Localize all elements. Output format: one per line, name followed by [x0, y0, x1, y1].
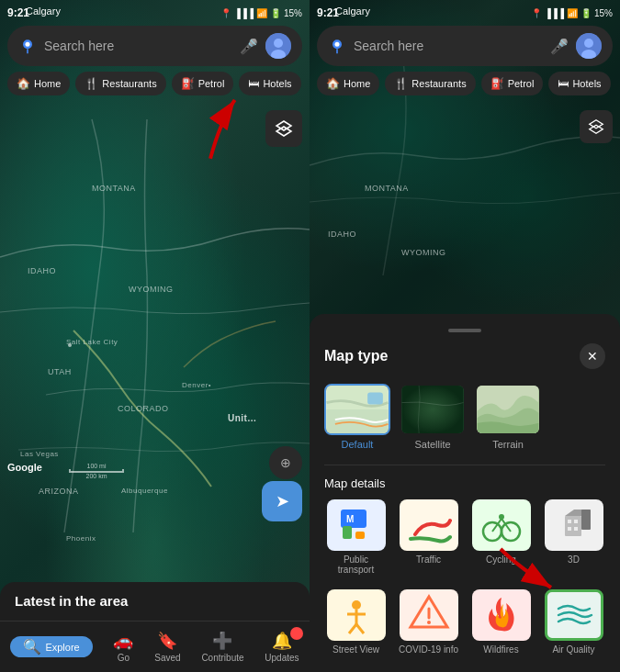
- map-label-united: Unit...: [228, 413, 256, 423]
- bottom-nav-left: 🔍 Explore 🚗 Go 🔖 Saved ➕ Contribute 🔔 Up…: [0, 621, 310, 672]
- map-label-wyoming-r: WYOMING: [401, 248, 446, 257]
- avatar-left[interactable]: [265, 33, 291, 59]
- nav-chip-restaurants-r[interactable]: 🍴 Restaurants: [385, 72, 475, 95]
- mic-icon-right[interactable]: 🎤: [550, 38, 569, 55]
- map-label-slc: Salt Lake City: [66, 338, 118, 346]
- sheet-header: Map type ✕: [324, 343, 605, 369]
- nav-updates[interactable]: 🔔 Updates: [265, 631, 299, 663]
- compass-button-left[interactable]: ⊕: [269, 446, 302, 479]
- svg-text:M: M: [346, 514, 354, 524]
- updates-badge: [290, 627, 303, 640]
- map-type-terrain[interactable]: Terrain: [475, 384, 541, 450]
- location-icon-r: 📍: [531, 8, 542, 18]
- map-label-montana: MONTANA: [92, 184, 136, 193]
- nav-chip-petrol-r[interactable]: ⛽ Petrol: [481, 72, 544, 95]
- map-type-satellite-thumb: [400, 384, 466, 435]
- search-bar-right[interactable]: Search here 🎤: [317, 26, 613, 66]
- detail-wildfires[interactable]: Wildfires: [469, 589, 533, 655]
- layer-button-right[interactable]: [580, 110, 613, 143]
- location-icon: 📍: [220, 8, 231, 18]
- nav-chip-restaurants[interactable]: 🍴 Restaurants: [75, 72, 165, 95]
- map-type-default-thumb: [324, 384, 390, 435]
- nav-chip-hotels[interactable]: 🛏 Hotels: [239, 72, 300, 95]
- hotels-icon-r: 🛏: [558, 77, 569, 90]
- home-icon-r: 🏠: [326, 77, 340, 90]
- nav-explore[interactable]: 🔍 Explore: [10, 636, 92, 657]
- covid-icon-box: [400, 589, 458, 641]
- nav-chip-hotels-r[interactable]: 🛏 Hotels: [548, 72, 610, 95]
- detail-street-view-label: Street View: [333, 644, 379, 655]
- scale-bar-left: 100 mi 200 km: [69, 463, 124, 479]
- status-icons-right: 📍 ▐▐▐ 📶 🔋 15%: [531, 8, 613, 18]
- city-label-left: Calgary: [26, 6, 61, 17]
- nav-chip-home-label-r: Home: [344, 78, 370, 89]
- nav-chip-hotels-label: Hotels: [263, 78, 291, 89]
- nav-chip-petrol-label: Petrol: [198, 78, 225, 89]
- map-label-wyoming: WYOMING: [129, 285, 174, 294]
- nav-saved[interactable]: 🔖 Saved: [154, 631, 180, 663]
- slc-dot: [68, 343, 72, 347]
- hotels-icon: 🛏: [248, 77, 259, 90]
- maps-logo-right: [328, 37, 346, 55]
- svg-rect-23: [343, 526, 352, 539]
- detail-traffic[interactable]: Traffic: [397, 499, 460, 575]
- avatar-right[interactable]: [576, 33, 602, 59]
- svg-point-9: [335, 42, 340, 47]
- map-type-default[interactable]: Default: [324, 384, 390, 450]
- svg-point-42: [427, 621, 431, 624]
- svg-marker-6: [276, 127, 291, 136]
- updates-label: Updates: [265, 653, 299, 663]
- contribute-label: Contribute: [201, 653, 243, 663]
- sheet-handle: [448, 329, 481, 332]
- home-icon: 🏠: [17, 77, 30, 90]
- search-placeholder-right: Search here: [354, 39, 543, 53]
- quick-nav-left: 🏠 Home 🍴 Restaurants ⛽ Petrol 🛏 Hotels: [0, 72, 310, 95]
- svg-marker-13: [590, 120, 603, 129]
- nav-chip-petrol[interactable]: ⛽ Petrol: [172, 72, 234, 95]
- avatar-image-right: [576, 33, 602, 59]
- detail-3d-label: 3D: [568, 554, 580, 565]
- nav-chip-petrol-label-r: Petrol: [508, 78, 535, 89]
- map-label-lasvegas: Las Vegas: [20, 450, 59, 458]
- nav-chip-home[interactable]: 🏠 Home: [7, 72, 70, 95]
- nav-chip-restaurants-label-r: Restaurants: [411, 78, 466, 89]
- detail-traffic-label: Traffic: [416, 554, 441, 565]
- map-type-sheet: Map type ✕: [310, 314, 620, 672]
- svg-rect-30: [581, 510, 591, 530]
- map-type-satellite[interactable]: Satellite: [400, 384, 466, 450]
- restaurants-icon-r: 🍴: [394, 77, 408, 90]
- detail-street-view[interactable]: Street View: [324, 589, 388, 655]
- svg-marker-14: [590, 125, 603, 133]
- map-label-denver: Denver•: [182, 381, 211, 389]
- nav-chip-hotels-label-r: Hotels: [572, 78, 601, 89]
- detail-covid[interactable]: COVID-19 info: [397, 589, 460, 655]
- close-button[interactable]: ✕: [580, 343, 605, 369]
- nav-chip-home-label: Home: [34, 78, 61, 89]
- nav-go[interactable]: 🚗 Go: [113, 631, 133, 663]
- red-arrow-right: [491, 540, 565, 599]
- map-label-idaho-r: IDAHO: [328, 230, 356, 239]
- detail-public-transport[interactable]: M Public transport: [324, 499, 388, 575]
- svg-rect-34: [574, 527, 578, 531]
- navigate-button-left[interactable]: ➤: [262, 481, 302, 521]
- svg-rect-31: [568, 520, 571, 523]
- svg-point-3: [274, 39, 283, 48]
- map-label-albuquerque: Albuquerque: [121, 487, 168, 495]
- detail-air-quality[interactable]: Air Quality: [542, 589, 605, 655]
- maps-logo-left: [18, 37, 37, 55]
- saved-label: Saved: [154, 653, 180, 663]
- mic-icon-left[interactable]: 🎤: [240, 38, 258, 55]
- search-bar-left[interactable]: Search here 🎤: [7, 26, 302, 66]
- go-icon: 🚗: [113, 631, 133, 651]
- detail-air-quality-label: Air Quality: [552, 644, 594, 655]
- wifi-icon-r: 📶: [567, 8, 578, 18]
- map-type-terrain-thumb: [475, 384, 541, 435]
- left-map-panel: 9:21 Calgary 📍 ▐▐▐ 📶 🔋 15% Search here 🎤: [0, 0, 310, 672]
- quick-nav-right: 🏠 Home 🍴 Restaurants ⛽ Petrol 🛏 Hotels: [310, 72, 620, 95]
- search-placeholder-left: Search here: [44, 39, 232, 53]
- nav-chip-home-r[interactable]: 🏠 Home: [317, 72, 379, 95]
- street-view-icon-box: [327, 589, 386, 641]
- nav-contribute[interactable]: ➕ Contribute: [201, 631, 243, 663]
- map-label-phoenix: Phoenix: [66, 534, 96, 543]
- petrol-icon: ⛽: [181, 77, 195, 90]
